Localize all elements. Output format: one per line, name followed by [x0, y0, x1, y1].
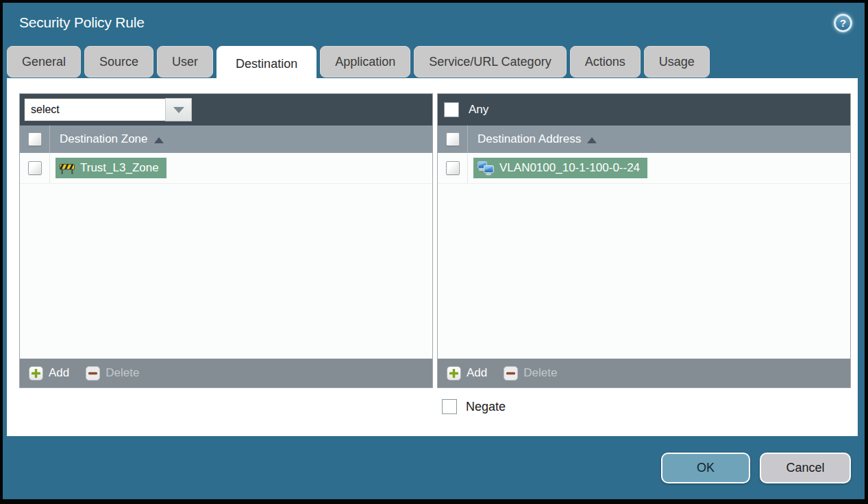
- address-column-header-row: Destination Address: [438, 125, 850, 153]
- zone-rows: Trust_L3_Zone: [20, 153, 432, 359]
- zone-delete-button[interactable]: Delete: [86, 366, 139, 381]
- tab-user[interactable]: User: [157, 46, 213, 77]
- any-checkbox-group: Any: [442, 102, 488, 117]
- negate-label: Negate: [466, 400, 506, 414]
- address-delete-button[interactable]: Delete: [504, 366, 557, 381]
- add-icon: [29, 366, 43, 381]
- tab-strip: General Source User Destination Applicat…: [3, 43, 865, 81]
- zone-select-all-checkbox[interactable]: [28, 132, 42, 146]
- zone-filter-input[interactable]: [24, 98, 165, 121]
- zone-column-header-row: Destination Zone: [20, 125, 432, 153]
- tab-usage[interactable]: Usage: [644, 46, 710, 77]
- address-select-all-checkbox[interactable]: [446, 132, 460, 146]
- help-glyph: ?: [840, 17, 846, 29]
- sort-ascending-icon: [154, 137, 164, 143]
- zone-row-checkbox[interactable]: [28, 161, 42, 175]
- zone-column-header-label: Destination Zone: [60, 132, 148, 146]
- zone-panel-footer: Add Delete: [20, 359, 432, 387]
- address-add-label: Add: [467, 366, 487, 380]
- zone-row-checkbox-cell: [20, 153, 50, 183]
- zone-filter-combobox: [24, 98, 192, 121]
- address-delete-label: Delete: [523, 366, 557, 380]
- delete-icon: [86, 366, 100, 381]
- tab-application[interactable]: Application: [320, 46, 410, 77]
- any-label: Any: [469, 103, 488, 117]
- chevron-down-icon: [173, 107, 184, 113]
- tab-general[interactable]: General: [7, 46, 81, 77]
- delete-icon: [504, 366, 518, 381]
- address-panel-footer: Add Delete: [438, 359, 850, 387]
- zone-value-chip[interactable]: Trust_L3_Zone: [55, 158, 166, 178]
- address-value-chip[interactable]: VLAN0100_10-1-100-0--24: [473, 158, 647, 178]
- address-icon: [478, 161, 494, 176]
- address-add-button[interactable]: Add: [447, 366, 487, 381]
- dialog-title: Security Policy Rule: [19, 14, 834, 31]
- ok-button[interactable]: OK: [661, 453, 750, 483]
- panels-container: Destination Zone: [7, 78, 858, 388]
- table-row: VLAN0100_10-1-100-0--24: [438, 153, 850, 184]
- sort-ascending-icon: [587, 137, 597, 143]
- zone-filter-dropdown-button[interactable]: [165, 98, 192, 121]
- negate-checkbox[interactable]: [442, 399, 457, 414]
- any-checkbox[interactable]: [444, 102, 459, 117]
- address-value-label: VLAN0100_10-1-100-0--24: [499, 161, 640, 175]
- add-icon: [447, 366, 461, 381]
- zone-value-label: Trust_L3_Zone: [80, 161, 159, 175]
- zone-delete-label: Delete: [106, 366, 139, 380]
- address-header-checkbox-cell: [438, 125, 468, 153]
- tab-destination[interactable]: Destination: [216, 46, 317, 82]
- address-column-header-label: Destination Address: [478, 132, 581, 146]
- address-any-toolbar: Any: [438, 94, 850, 125]
- help-icon[interactable]: ?: [834, 14, 852, 32]
- address-rows: VLAN0100_10-1-100-0--24: [438, 153, 850, 359]
- tab-service-url-category[interactable]: Service/URL Category: [414, 46, 566, 77]
- zone-header-checkbox-cell: [20, 125, 50, 153]
- destination-address-panel: Any Destination Address: [437, 93, 851, 388]
- zone-filter-toolbar: [20, 94, 432, 125]
- address-column-header[interactable]: Destination Address: [478, 132, 597, 146]
- dialog-titlebar: Security Policy Rule ?: [3, 3, 865, 43]
- dialog-footer: OK Cancel: [3, 436, 865, 499]
- tab-source[interactable]: Source: [84, 46, 153, 77]
- destination-zone-panel: Destination Zone: [19, 93, 433, 388]
- address-row-checkbox[interactable]: [446, 161, 460, 175]
- destination-tab-content: Destination Zone: [7, 78, 858, 436]
- security-policy-rule-dialog: Security Policy Rule ? General Source Us…: [3, 3, 865, 499]
- tab-actions[interactable]: Actions: [570, 46, 641, 77]
- zone-add-button[interactable]: Add: [29, 366, 69, 381]
- negate-checkbox-group: Negate: [442, 399, 858, 414]
- zone-add-label: Add: [49, 366, 69, 380]
- zone-icon: [60, 162, 75, 175]
- table-row: Trust_L3_Zone: [20, 153, 432, 184]
- cancel-button[interactable]: Cancel: [760, 453, 851, 483]
- address-row-checkbox-cell: [438, 153, 468, 183]
- zone-column-header[interactable]: Destination Zone: [60, 132, 164, 146]
